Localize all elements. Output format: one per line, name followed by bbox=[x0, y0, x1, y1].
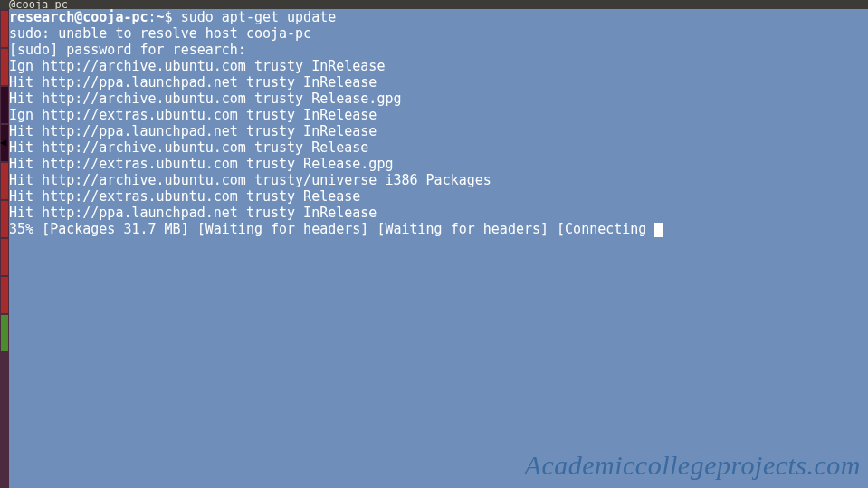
output-line: Hit http://archive.ubuntu.com trusty Rel… bbox=[9, 139, 368, 156]
output-line: Hit http://extras.ubuntu.com trusty Rele… bbox=[9, 156, 393, 172]
output-line: sudo: unable to resolve host cooja-pc bbox=[9, 25, 311, 42]
launcher-item[interactable] bbox=[1, 87, 8, 123]
prompt-path: ~ bbox=[157, 9, 165, 25]
output-line: Hit http://ppa.launchpad.net trusty InRe… bbox=[9, 123, 377, 139]
terminal-window[interactable]: research@cooja-pc:~$ sudo apt-get update… bbox=[9, 9, 868, 488]
progress-line: 35% [Packages 31.7 MB] [Waiting for head… bbox=[9, 221, 654, 237]
prompt-symbol: $ bbox=[165, 9, 173, 25]
output-line: Hit http://archive.ubuntu.com trusty/uni… bbox=[9, 172, 491, 188]
launcher-item[interactable] bbox=[1, 201, 8, 237]
output-line: Hit http://ppa.launchpad.net trusty InRe… bbox=[9, 205, 377, 221]
launcher-item[interactable] bbox=[1, 277, 8, 313]
output-line: Ign http://extras.ubuntu.com trusty InRe… bbox=[9, 107, 377, 123]
output-line: Hit http://ppa.launchpad.net trusty InRe… bbox=[9, 74, 377, 91]
launcher-item[interactable] bbox=[1, 315, 8, 351]
watermark-text: Academiccollegeprojects.com bbox=[525, 450, 861, 481]
output-line: Hit http://extras.ubuntu.com trusty Rele… bbox=[9, 188, 360, 205]
launcher-item[interactable] bbox=[1, 163, 8, 199]
prompt-user-host: research@cooja-pc bbox=[9, 9, 148, 25]
window-titlebar: @cooja-pc bbox=[0, 0, 868, 9]
unity-launcher[interactable] bbox=[0, 9, 9, 488]
terminal-cursor bbox=[654, 223, 663, 237]
output-line: [sudo] password for research: bbox=[9, 42, 246, 58]
launcher-item[interactable] bbox=[1, 11, 8, 47]
titlebar-text: @cooja-pc bbox=[9, 0, 68, 9]
terminal-content: research@cooja-pc:~$ sudo apt-get update… bbox=[9, 9, 868, 237]
output-line: Ign http://archive.ubuntu.com trusty InR… bbox=[9, 58, 385, 74]
output-line: Hit http://archive.ubuntu.com trusty Rel… bbox=[9, 91, 401, 107]
command-text: sudo apt-get update bbox=[181, 9, 337, 25]
launcher-item[interactable] bbox=[1, 49, 8, 85]
launcher-item[interactable] bbox=[1, 239, 8, 275]
panel-expand-arrow-icon[interactable]: ◀ bbox=[0, 136, 6, 148]
